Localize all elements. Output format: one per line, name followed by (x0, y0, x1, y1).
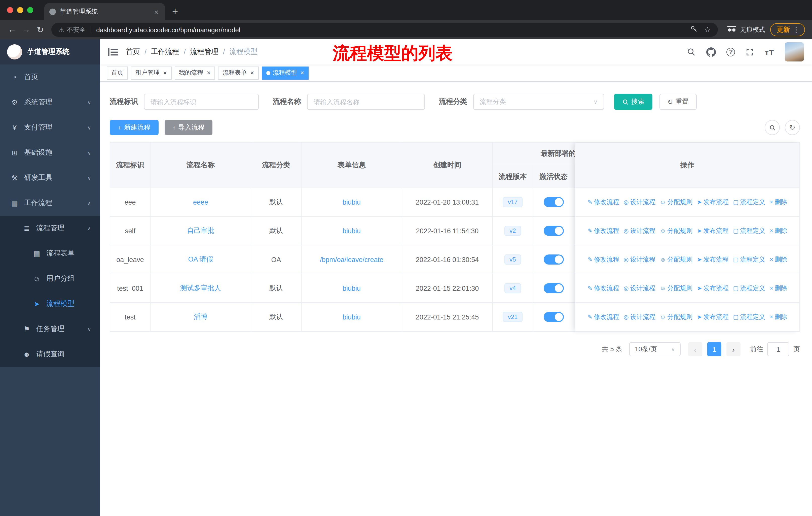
op-definition-link[interactable]: ▢流程定义 (733, 198, 765, 206)
cell-process-name[interactable]: 测试多审批人 (150, 274, 251, 302)
op-assign-link[interactable]: ☺分配规则 (660, 284, 693, 293)
back-button[interactable]: ← (5, 25, 19, 35)
op-publish-link[interactable]: ➤发布流程 (697, 313, 728, 321)
sidebar-item-workflow[interactable]: ▦工作流程∧ (0, 190, 100, 216)
browser-tab[interactable]: 芋道管理系统 × (44, 3, 165, 20)
op-edit-link[interactable]: ✎修改流程 (587, 226, 619, 235)
window-minimize-button[interactable] (17, 7, 23, 13)
tags-view-item[interactable]: 流程模型× (262, 66, 309, 79)
op-definition-link[interactable]: ▢流程定义 (733, 226, 765, 235)
op-definition-link[interactable]: ▢流程定义 (733, 255, 765, 264)
sidebar-item-home[interactable]: ◔首页 (0, 64, 100, 90)
sidebar-item-user-group[interactable]: ☺用户分组 (0, 266, 100, 291)
op-assign-link[interactable]: ☺分配规则 (660, 198, 693, 206)
fullscreen-icon[interactable] (746, 48, 754, 56)
sidebar-item-infrastructure[interactable]: ⊞基础设施∨ (0, 140, 100, 165)
tag-close-icon[interactable]: × (300, 69, 304, 77)
search-icon[interactable] (687, 47, 696, 56)
breadcrumb-item[interactable]: 流程管理 (190, 47, 219, 56)
cell-process-name[interactable]: eeee (150, 188, 251, 216)
tag-close-icon[interactable]: × (250, 69, 254, 77)
op-edit-link[interactable]: ✎修改流程 (587, 255, 619, 264)
sidebar-item-process-mgmt[interactable]: ≣流程管理∧ (0, 216, 100, 241)
sidebar-item-devtools[interactable]: ⚒研发工具∨ (0, 165, 100, 190)
active-toggle[interactable] (544, 312, 563, 322)
sidebar-item-task-mgmt[interactable]: ⚑任务管理∨ (0, 317, 100, 342)
sidebar-item-process-form[interactable]: ▤流程表单 (0, 241, 100, 266)
forward-button[interactable]: → (19, 25, 33, 35)
op-assign-link[interactable]: ☺分配规则 (660, 313, 693, 321)
cell-form-info[interactable]: biubiu (301, 217, 402, 245)
tags-view-item[interactable]: 我的流程× (174, 66, 215, 79)
tags-view-item[interactable]: 流程表单× (218, 66, 259, 79)
github-icon[interactable] (706, 47, 716, 57)
menu-dots-icon[interactable]: ⋮ (792, 25, 800, 34)
op-design-link[interactable]: ◎设计流程 (624, 198, 656, 206)
help-icon[interactable]: ? (727, 48, 735, 56)
op-publish-link[interactable]: ➤发布流程 (697, 226, 728, 235)
process-category-select[interactable]: 流程分类 ∨ (473, 94, 604, 110)
op-design-link[interactable]: ◎设计流程 (624, 313, 656, 321)
op-delete-link[interactable]: ×删除 (770, 284, 787, 293)
op-delete-link[interactable]: ×删除 (770, 313, 787, 321)
op-delete-link[interactable]: ×删除 (770, 198, 787, 206)
window-close-button[interactable] (7, 7, 13, 13)
op-design-link[interactable]: ◎设计流程 (624, 284, 656, 293)
sidebar-item-payment[interactable]: ¥支付管理∨ (0, 115, 100, 140)
sidebar-item-leave-query[interactable]: ☻请假查询 (0, 342, 100, 367)
op-assign-link[interactable]: ☺分配规则 (660, 226, 693, 235)
new-tab-button[interactable]: + (172, 5, 178, 17)
op-publish-link[interactable]: ➤发布流程 (697, 198, 728, 206)
create-process-button[interactable]: + 新建流程 (110, 120, 158, 135)
page-size-select[interactable]: 10条/页 ∨ (629, 342, 680, 356)
op-delete-link[interactable]: ×删除 (770, 226, 787, 235)
cell-form-info[interactable]: biubiu (301, 274, 402, 302)
tags-view-item[interactable]: 首页 (107, 66, 128, 79)
page-number-button[interactable]: 1 (707, 342, 721, 356)
op-definition-link[interactable]: ▢流程定义 (733, 313, 765, 321)
process-key-input[interactable] (144, 94, 259, 110)
tag-close-icon[interactable]: × (207, 69, 210, 77)
goto-page-input[interactable] (767, 342, 789, 356)
active-toggle[interactable] (544, 226, 563, 236)
cell-form-info[interactable]: biubiu (301, 303, 402, 331)
breadcrumb-item[interactable]: 首页 (126, 47, 140, 56)
hamburger-icon[interactable] (108, 48, 118, 56)
cell-form-info[interactable]: /bpm/oa/leave/create (301, 245, 402, 274)
cell-process-name[interactable]: 自己审批 (150, 217, 251, 245)
font-size-icon[interactable]: тT (765, 48, 774, 56)
update-button[interactable]: 更新 ⋮ (770, 23, 805, 36)
refresh-table-button[interactable]: ↻ (785, 120, 800, 135)
import-process-button[interactable]: ↑ 导入流程 (164, 120, 212, 135)
sidebar-item-process-model[interactable]: ➤流程模型 (0, 291, 100, 317)
op-publish-link[interactable]: ➤发布流程 (697, 284, 728, 293)
window-zoom-button[interactable] (27, 7, 33, 13)
op-definition-link[interactable]: ▢流程定义 (733, 284, 765, 293)
active-toggle[interactable] (544, 254, 563, 265)
prev-page-button[interactable]: ‹ (688, 342, 702, 356)
cell-process-name[interactable]: OA 请假 (150, 245, 251, 274)
user-avatar[interactable] (785, 42, 804, 61)
breadcrumb-item[interactable]: 工作流程 (151, 47, 179, 56)
op-edit-link[interactable]: ✎修改流程 (587, 284, 619, 293)
tag-close-icon[interactable]: × (163, 69, 167, 77)
sidebar-item-system[interactable]: ⚙系统管理∨ (0, 90, 100, 115)
process-name-input[interactable] (307, 94, 425, 110)
cell-process-name[interactable]: 滔博 (150, 303, 251, 331)
active-toggle[interactable] (544, 197, 563, 207)
next-page-button[interactable]: › (726, 342, 741, 356)
cell-form-info[interactable]: biubiu (301, 188, 402, 216)
op-design-link[interactable]: ◎设计流程 (624, 226, 656, 235)
search-button[interactable]: 搜索 (614, 94, 652, 110)
address-bar[interactable]: ⚠ 不安全 dashboard.yudao.iocoder.cn/bpm/man… (51, 23, 718, 37)
active-toggle[interactable] (544, 283, 563, 293)
tab-close-icon[interactable]: × (152, 7, 160, 16)
op-publish-link[interactable]: ➤发布流程 (697, 255, 728, 264)
toggle-search-button[interactable] (765, 120, 780, 135)
tags-view-item[interactable]: 租户管理× (131, 66, 171, 79)
sidebar-logo[interactable]: 芋道管理系统 (0, 39, 100, 64)
reload-button[interactable]: ↻ (33, 24, 47, 35)
op-assign-link[interactable]: ☺分配规则 (660, 255, 693, 264)
key-icon[interactable] (690, 25, 697, 34)
op-delete-link[interactable]: ×删除 (770, 255, 787, 264)
